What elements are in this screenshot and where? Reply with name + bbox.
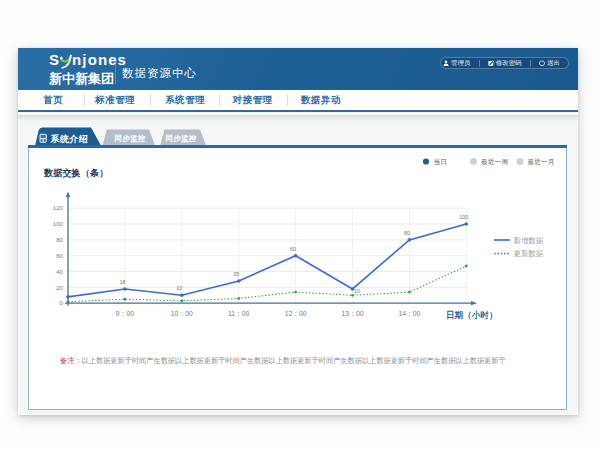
radio-selected[interactable] — [423, 159, 429, 165]
change-password-button[interactable]: 修改密码 — [488, 59, 522, 68]
y-tick-label: 20 — [56, 284, 63, 291]
logo-text-njones: njones — [72, 52, 127, 67]
logout-button[interactable]: 退出 — [539, 59, 560, 68]
nav-separator — [84, 94, 85, 106]
series-point — [180, 300, 183, 303]
radio-label[interactable]: 当日 — [434, 158, 448, 166]
series-point — [237, 280, 241, 284]
series-point — [465, 223, 469, 227]
x-axis-title: 日期（小时） — [446, 310, 498, 320]
series-point — [180, 294, 184, 298]
series-point — [465, 265, 468, 268]
legend-label-1: 新增数据 — [514, 236, 544, 245]
x-tick-label: 12：00 — [285, 310, 307, 317]
current-user-label: 管理员 — [451, 59, 471, 68]
radio-unselected[interactable] — [470, 159, 476, 165]
y-axis-arrow — [66, 192, 71, 198]
userbar-separator — [479, 60, 480, 67]
app-window: S njones 新中新集团 数据资源中心 管理员 修改密码 退出 — [18, 48, 578, 415]
x-tick-label: 10：00 — [171, 310, 193, 317]
page: { "header": { "logo_en_s": "S", "logo_en… — [0, 0, 600, 450]
footnote-prefix: 备注： — [60, 356, 82, 365]
main-nav: 首页标准管理系统管理对接管理数据异动 — [18, 90, 578, 112]
x-axis-arrow — [471, 301, 477, 305]
x-tick-label: 14：00 — [398, 310, 420, 317]
series-point — [67, 301, 70, 304]
nav-item-1[interactable]: 首页 — [43, 90, 63, 110]
y-tick-label: 80 — [56, 236, 63, 243]
series-point — [237, 297, 240, 300]
logo-text-s: S — [49, 52, 60, 67]
point-label: 10 — [176, 286, 182, 292]
header-divider — [115, 61, 116, 84]
y-tick-label: 0 — [60, 300, 64, 307]
nav-separator — [150, 94, 151, 106]
nav-separator — [287, 94, 288, 106]
edit-icon — [488, 60, 494, 66]
app-header: S njones 新中新集团 数据资源中心 管理员 修改密码 退出 — [18, 48, 578, 90]
y-tick-label: 100 — [53, 221, 64, 228]
point-label: 18 — [119, 279, 125, 285]
logout-label: 退出 — [547, 59, 560, 68]
point-label: 35 — [233, 272, 239, 278]
tab-label-inactive[interactable]: 同步监控 — [165, 134, 196, 143]
point-label: 80 — [404, 230, 410, 236]
y-tick-label: 60 — [56, 252, 63, 259]
x-tick-label: 13：00 — [342, 310, 364, 317]
change-password-label: 修改密码 — [496, 59, 522, 68]
nav-item-4[interactable]: 对接管理 — [233, 90, 273, 110]
nav-item-2[interactable]: 标准管理 — [95, 90, 135, 110]
user-toolbar: 管理员 修改密码 退出 — [440, 57, 569, 69]
tab-label-active[interactable]: 系统介绍 — [50, 134, 89, 144]
point-label: 60 — [290, 246, 296, 252]
point-label: 100 — [459, 215, 468, 221]
radio-label[interactable]: 最近一周 — [480, 158, 508, 165]
radio-unselected[interactable] — [517, 159, 523, 165]
series-point — [294, 291, 297, 294]
radio-label[interactable]: 最近一月 — [527, 158, 555, 166]
nav-shadow — [18, 115, 578, 121]
legend-label-2: 更新数据 — [514, 250, 544, 259]
series-point — [408, 291, 411, 294]
point-label: 10 — [354, 288, 360, 294]
series-point — [408, 238, 412, 242]
series-point — [124, 298, 127, 301]
power-icon — [539, 60, 545, 66]
series-point — [123, 287, 127, 291]
userbar-separator — [530, 60, 531, 67]
y-tick-label: 120 — [53, 205, 64, 212]
tab-label-inactive[interactable]: 同步监控 — [115, 134, 146, 143]
footnote-text: 以上数据更新于时间产生数据以上数据更新于时间产生数据以上数据更新于时间产生数据以… — [82, 356, 506, 365]
form-icon — [40, 134, 46, 142]
chart: 当日最近一周最近一月数据交换（条）0204060801001209：0010：0… — [28, 148, 567, 410]
x-tick-label: 9：00 — [116, 310, 134, 317]
x-tick-label: 11：00 — [228, 310, 250, 317]
footnote: 备注：以上数据更新于时间产生数据以上数据更新于时间产生数据以上数据更新于时间产生… — [60, 356, 506, 365]
user-icon — [443, 60, 449, 66]
current-user[interactable]: 管理员 — [443, 59, 471, 68]
chart-title: 数据交换（条） — [43, 168, 108, 178]
y-tick-label: 40 — [56, 268, 63, 275]
series-point — [294, 254, 298, 258]
nav-separator — [219, 94, 220, 106]
series-point — [66, 295, 70, 299]
page-title: 数据资源中心 — [122, 66, 197, 81]
nav-item-5[interactable]: 数据异动 — [301, 90, 341, 110]
nav-item-3[interactable]: 系统管理 — [165, 90, 205, 110]
series-point — [351, 294, 354, 297]
logo-y-swoosh-icon — [60, 54, 72, 69]
